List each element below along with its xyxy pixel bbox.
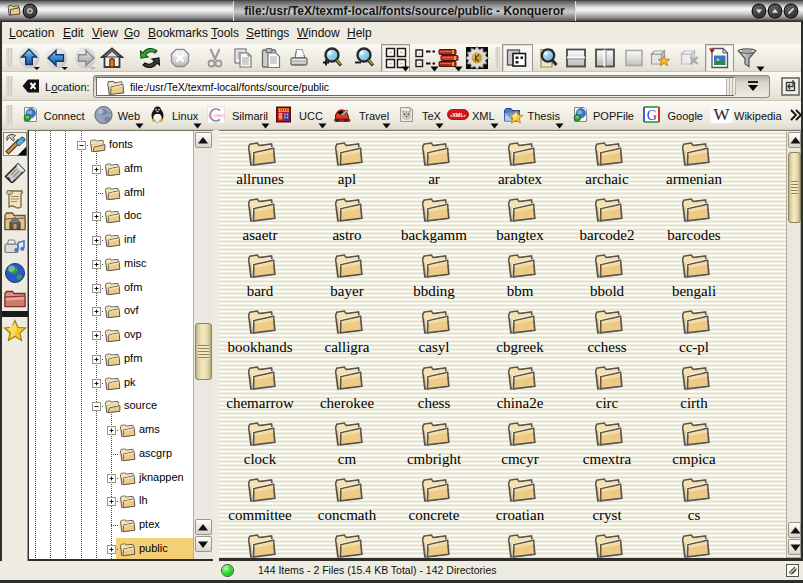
- svg-text:SILMARIL: SILMARIL: [207, 113, 225, 118]
- svg-text:G: G: [647, 108, 657, 123]
- svg-text:W: W: [713, 106, 730, 123]
- svg-text:‹XML›: ‹XML›: [450, 112, 465, 118]
